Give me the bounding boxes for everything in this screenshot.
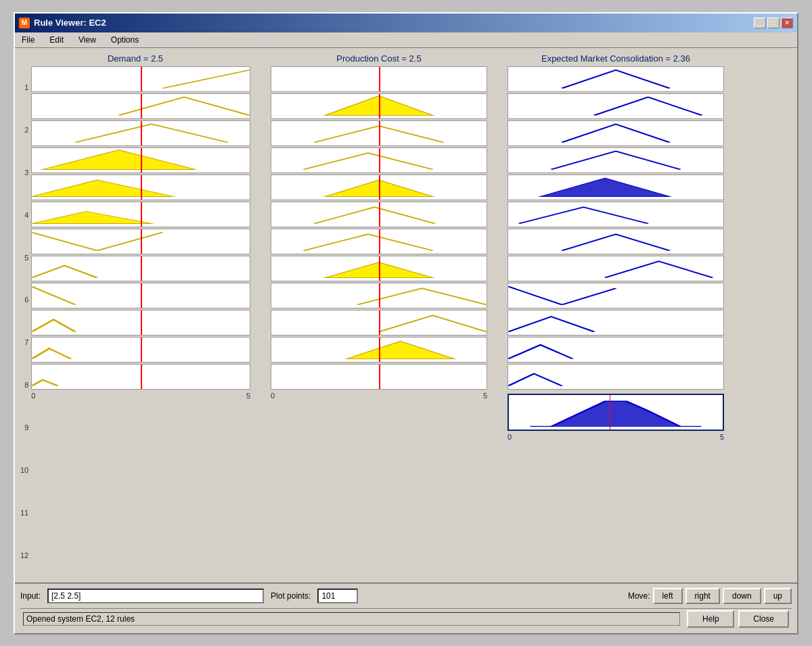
demand-plot-4[interactable] — [31, 147, 250, 173]
close-button[interactable]: ✕ — [781, 18, 793, 28]
window-controls: _ □ ✕ — [754, 18, 793, 28]
demand-plot-8[interactable] — [31, 256, 250, 281]
status-bar: Opened system EC2, 12 rules Help Close — [20, 608, 792, 629]
production-cost-column: Production Cost = 2.5 — [271, 53, 487, 577]
move-down-button[interactable]: down — [723, 588, 761, 604]
out-plot-12[interactable] — [508, 364, 724, 390]
pc-plot-10[interactable] — [271, 310, 487, 336]
row-num-6: 6 — [20, 287, 28, 313]
pc-plot-2[interactable] — [271, 93, 487, 119]
demand-column: Demand = 2.5 1 2 3 4 5 6 7 8 9 10 11 — [20, 53, 250, 577]
svg-marker-6 — [346, 341, 454, 359]
row-num-10: 10 — [20, 457, 28, 483]
demand-plot-9[interactable] — [31, 283, 250, 308]
out-plot-6[interactable] — [508, 202, 724, 227]
window-title: Rule Viewer: EC2 — [34, 18, 106, 28]
demand-plots[interactable]: 0 5 — [31, 66, 250, 577]
close-button-bottom[interactable]: Close — [738, 610, 789, 628]
action-buttons: Help Close — [687, 610, 789, 628]
pc-plot-5[interactable] — [271, 175, 487, 200]
move-label: Move: — [628, 591, 650, 601]
demand-plot-5[interactable] — [31, 175, 250, 200]
row-num-2: 2 — [20, 117, 28, 143]
app-icon: M — [19, 18, 30, 28]
menu-file[interactable]: File — [18, 34, 39, 46]
demand-plot-10[interactable] — [31, 310, 250, 336]
move-up-button[interactable]: up — [764, 588, 792, 604]
pc-plot-9[interactable] — [271, 283, 487, 308]
pc-plot-8[interactable] — [271, 256, 487, 281]
row-num-7: 7 — [20, 329, 28, 355]
demand-plot-1[interactable] — [31, 66, 250, 92]
out-plot-7[interactable] — [508, 229, 724, 254]
plots-area: Demand = 2.5 1 2 3 4 5 6 7 8 9 10 11 — [20, 53, 792, 577]
out-plot-8[interactable] — [508, 256, 724, 281]
output-header: Expected Market Consolidation = 2.36 — [508, 53, 724, 64]
move-right-button[interactable]: right — [685, 588, 720, 604]
demand-rules: 1 2 3 4 5 6 7 8 9 10 11 12 — [20, 66, 250, 577]
aggregate-plot[interactable] — [508, 394, 724, 431]
out-plot-11[interactable] — [508, 337, 724, 363]
bottom-panel: Input: Plot points: Move: left right dow… — [15, 582, 797, 633]
demand-plot-12[interactable] — [31, 364, 250, 390]
move-section: Move: left right down up — [628, 588, 792, 604]
demand-axis: 0 5 — [31, 391, 250, 400]
svg-marker-1 — [32, 180, 173, 196]
out-plot-4[interactable] — [508, 147, 724, 173]
demand-plot-3[interactable] — [31, 120, 250, 146]
move-left-button[interactable]: left — [653, 588, 683, 604]
status-text: Opened system EC2, 12 rules — [23, 612, 680, 626]
out-plot-2[interactable] — [508, 93, 724, 119]
pc-plot-7[interactable] — [271, 229, 487, 254]
out-plot-3[interactable] — [508, 120, 724, 146]
demand-axis-min: 0 — [31, 392, 35, 400]
menu-view[interactable]: View — [74, 34, 100, 46]
main-content: Demand = 2.5 1 2 3 4 5 6 7 8 9 10 11 — [15, 48, 797, 582]
demand-plot-6[interactable] — [31, 202, 250, 227]
menu-bar: File Edit View Options — [15, 32, 797, 48]
menu-edit[interactable]: Edit — [45, 34, 68, 46]
input-label: Input: — [20, 591, 41, 601]
demand-plot-11[interactable] — [31, 337, 250, 363]
plot-points-field[interactable] — [317, 589, 358, 603]
pc-plot-11[interactable] — [271, 337, 487, 363]
help-button[interactable]: Help — [687, 610, 734, 628]
pc-axis-max: 5 — [483, 392, 487, 400]
demand-plot-7[interactable] — [31, 229, 250, 254]
out-plot-9[interactable] — [508, 283, 724, 308]
svg-marker-7 — [541, 178, 670, 196]
pc-plot-3[interactable] — [271, 120, 487, 146]
row-num-3: 3 — [20, 160, 28, 185]
input-field[interactable] — [47, 589, 264, 603]
menu-options[interactable]: Options — [107, 34, 143, 46]
output-axis-min: 0 — [508, 433, 512, 441]
pc-axis-min: 0 — [271, 392, 275, 400]
maximize-button[interactable]: □ — [767, 18, 780, 28]
plot-points-label: Plot points: — [271, 591, 311, 601]
demand-axis-max: 5 — [246, 392, 250, 400]
pc-plot-4[interactable] — [271, 147, 487, 173]
output-axis-max: 5 — [720, 433, 724, 441]
demand-header: Demand = 2.5 — [20, 53, 250, 64]
out-plot-1[interactable] — [508, 66, 724, 92]
production-cost-header: Production Cost = 2.5 — [271, 53, 487, 64]
title-bar: M Rule Viewer: EC2 _ □ ✕ — [15, 14, 797, 32]
pc-plot-6[interactable] — [271, 202, 487, 227]
out-plot-5[interactable] — [508, 175, 724, 200]
production-cost-plots[interactable]: 0 5 — [271, 66, 487, 577]
svg-marker-8 — [551, 401, 680, 426]
output-plots[interactable]: 0 5 — [508, 66, 724, 577]
out-plot-10[interactable] — [508, 310, 724, 336]
row-num-5: 5 — [20, 245, 28, 271]
demand-plot-2[interactable] — [31, 93, 250, 119]
pc-plot-1[interactable] — [271, 66, 487, 92]
row-num-8: 8 — [20, 372, 28, 398]
row-num-1: 1 — [20, 74, 28, 100]
production-cost-rules: 0 5 — [271, 66, 487, 577]
minimize-button[interactable]: _ — [754, 18, 766, 28]
row-num-9: 9 — [20, 415, 28, 440]
svg-marker-2 — [32, 211, 152, 223]
pc-plot-12[interactable] — [271, 364, 487, 390]
pc-axis: 0 5 — [271, 391, 487, 400]
row-num-12: 12 — [20, 543, 28, 568]
